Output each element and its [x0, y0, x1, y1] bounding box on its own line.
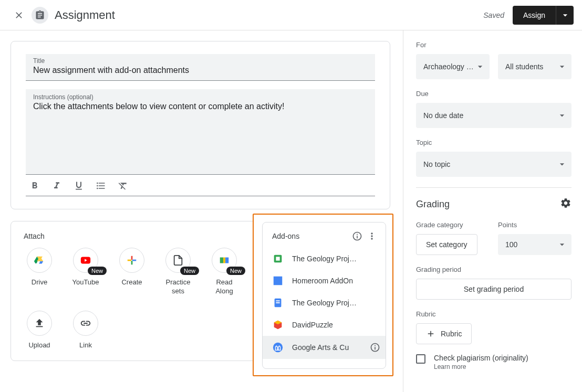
clear-format-icon	[118, 181, 128, 191]
addon-icon	[272, 275, 284, 287]
info-icon	[370, 342, 380, 353]
addons-panel: Add-ons The Geology Proj… Homeroom AddOn	[262, 222, 386, 369]
set-category-button[interactable]: Set category	[416, 234, 477, 255]
close-icon	[14, 10, 24, 20]
close-button[interactable]	[8, 5, 29, 26]
addon-icon	[272, 342, 284, 353]
svg-rect-10	[276, 257, 279, 260]
list-icon	[96, 181, 106, 191]
title-field[interactable]: Title New assignment with add-on attachm…	[26, 54, 375, 81]
italic-button[interactable]	[51, 180, 63, 192]
attach-youtube[interactable]: YouTube New	[70, 248, 101, 296]
svg-rect-16	[275, 350, 281, 351]
plus-icon	[426, 329, 435, 338]
attach-link[interactable]: Link	[70, 311, 101, 350]
file-icon	[172, 255, 184, 266]
assign-button-group: Assign	[513, 6, 574, 25]
learn-more-link[interactable]: Learn more	[434, 363, 528, 370]
addon-icon	[272, 253, 284, 264]
svg-rect-6	[131, 261, 133, 264]
divider	[416, 187, 571, 188]
svg-rect-11	[274, 277, 283, 285]
gear-icon	[560, 197, 571, 209]
points-label: Points	[498, 221, 571, 229]
due-label: Due	[416, 90, 571, 98]
underline-button[interactable]	[73, 180, 85, 192]
plus-color-icon	[126, 255, 138, 266]
caret-down-icon	[557, 61, 567, 72]
more-vert-icon	[367, 231, 377, 241]
save-status: Saved	[483, 11, 504, 19]
svg-rect-5	[131, 256, 133, 260]
addons-title: Add-ons	[272, 232, 350, 240]
attach-upload[interactable]: Upload	[24, 311, 55, 350]
attach-create[interactable]: Create	[116, 248, 148, 296]
students-select[interactable]: All students	[498, 54, 571, 79]
grading-settings-button[interactable]	[560, 197, 571, 211]
attach-drive[interactable]: Drive	[24, 248, 55, 296]
instructions-label: Instructions (optional)	[33, 93, 368, 101]
addons-info-button[interactable]	[350, 229, 365, 243]
underline-icon	[74, 181, 84, 191]
youtube-icon	[80, 255, 91, 266]
bullet-list-button[interactable]	[95, 180, 107, 192]
instructions-value: Click the attachments below to view cont…	[33, 102, 368, 174]
grading-period-label: Grading period	[416, 266, 571, 273]
assign-dropdown-button[interactable]	[556, 6, 574, 25]
set-grading-period-button[interactable]: Set grading period	[416, 279, 571, 300]
caret-down-icon	[560, 10, 570, 20]
info-icon	[352, 231, 362, 241]
assignment-type-icon	[32, 7, 48, 24]
add-rubric-button[interactable]: Rubric	[416, 323, 472, 344]
read-along-icon	[219, 255, 230, 266]
caret-down-icon	[475, 61, 485, 72]
addon-item[interactable]: DavidPuzzle	[263, 314, 386, 336]
assign-button[interactable]: Assign	[513, 6, 556, 25]
rubric-label: Rubric	[416, 310, 571, 318]
caret-down-icon	[557, 159, 567, 169]
class-select[interactable]: Archaeology …	[416, 54, 490, 79]
svg-marker-0	[39, 261, 43, 264]
attach-read-along[interactable]: Read Along New	[209, 248, 240, 296]
topic-select[interactable]: No topic	[416, 152, 571, 177]
attach-practice-sets[interactable]: Practice sets New	[162, 248, 194, 296]
addon-item[interactable]: Google Arts & Cu	[263, 336, 386, 359]
link-icon	[80, 317, 91, 329]
page-title: Assignment	[55, 8, 115, 22]
new-badge: New	[180, 267, 199, 275]
addon-item[interactable]: Homeroom AddOn	[263, 270, 386, 292]
svg-rect-14	[276, 302, 279, 303]
grade-category-label: Grade category	[416, 221, 490, 229]
title-label: Title	[33, 57, 368, 65]
svg-point-15	[273, 343, 283, 352]
plagiarism-checkbox[interactable]	[416, 354, 425, 364]
grading-heading: Grading	[416, 199, 450, 210]
title-value: New assignment with add-on attachments	[33, 66, 368, 75]
addon-item[interactable]: The Geology Proj…	[263, 248, 386, 270]
topic-label: Topic	[416, 139, 571, 146]
addons-more-button[interactable]	[365, 229, 379, 243]
addon-item[interactable]: The Geology Proj…	[263, 292, 386, 314]
format-toolbar	[26, 175, 375, 196]
bold-icon	[29, 181, 40, 191]
addon-icon	[272, 319, 284, 331]
new-badge: New	[88, 267, 107, 275]
italic-icon	[51, 181, 62, 191]
caret-down-icon	[557, 110, 567, 121]
svg-rect-13	[276, 300, 279, 301]
drive-icon	[34, 255, 45, 266]
caret-down-icon	[557, 239, 567, 250]
due-date-select[interactable]: No due date	[416, 103, 571, 128]
upload-icon	[34, 317, 45, 329]
new-badge: New	[226, 267, 245, 275]
addon-icon	[272, 297, 284, 309]
clear-format-button[interactable]	[117, 180, 129, 192]
svg-rect-7	[128, 260, 131, 261]
svg-rect-8	[132, 260, 136, 261]
addon-info-button[interactable]	[369, 341, 381, 354]
points-select[interactable]: 100	[498, 234, 571, 255]
instructions-field[interactable]: Instructions (optional) Click the attach…	[26, 89, 375, 175]
bold-button[interactable]	[29, 180, 40, 192]
for-label: For	[416, 41, 571, 49]
addons-highlight-box: Add-ons The Geology Proj… Homeroom AddOn	[253, 214, 393, 376]
